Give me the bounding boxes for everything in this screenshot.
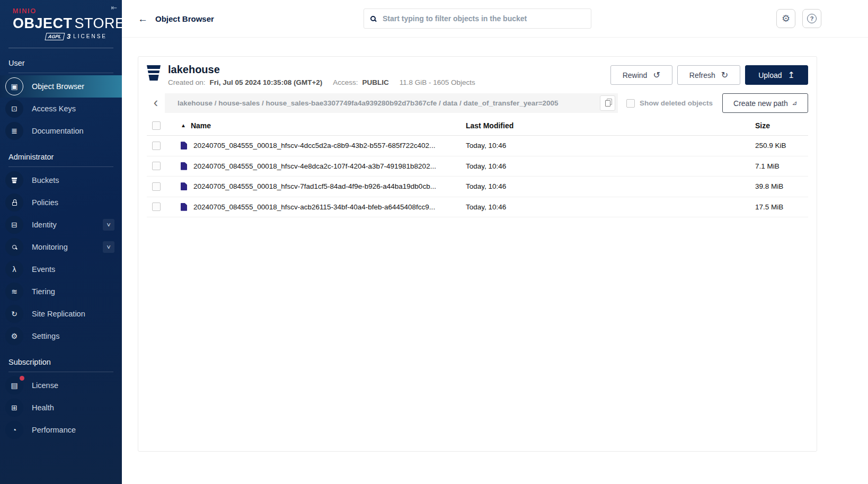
sidebar: ⇤ MINIO OBJECTSTORE AGPL 3 LICENSE User … — [0, 0, 122, 484]
search-icon — [370, 16, 376, 21]
upload-button[interactable]: Upload ↥ — [745, 65, 808, 85]
bucket-meta: Created on: Fri, Jul 05 2024 10:35:08 (G… — [168, 78, 610, 86]
column-header-name[interactable]: Name — [191, 121, 211, 130]
sidebar-item-label: Tiering — [32, 287, 55, 296]
chevron-down-icon[interactable]: ˅ — [103, 219, 114, 231]
settings-button[interactable]: ⚙ — [776, 9, 795, 28]
sidebar-item-label: Object Browser — [32, 82, 84, 91]
sidebar-item-label: Identity — [32, 221, 57, 229]
sidebar-item-policies[interactable]: Policies — [0, 191, 122, 214]
sidebar-item-label: Monitoring — [32, 243, 68, 251]
sidebar-item-label: Events — [32, 265, 55, 274]
help-icon: ? — [807, 14, 817, 23]
license-alert-dot — [20, 376, 24, 381]
table-row[interactable]: 20240705_084555_00018_hfscv-7fad1cf5-84a… — [147, 177, 808, 197]
rewind-button[interactable]: Rewind ↺ — [610, 65, 672, 85]
table-row[interactable]: 20240705_084555_00018_hfscv-acb26115-34b… — [147, 197, 808, 218]
access-label: Access: — [333, 78, 358, 86]
sort-ascending-icon[interactable]: ▲ — [181, 122, 186, 128]
section-title-subscription: Subscription — [0, 347, 122, 372]
rewind-icon: ↺ — [653, 70, 660, 80]
sidebar-item-settings[interactable]: ⚙ Settings — [0, 325, 122, 347]
upload-icon: ↥ — [788, 70, 795, 80]
row-checkbox[interactable] — [152, 182, 161, 191]
table-row[interactable]: 20240705_084555_00018_hfscv-4dcc5d2a-c8b… — [147, 136, 808, 156]
objects-table-header: ▲ Name Last Modified Size — [147, 116, 808, 136]
object-name[interactable]: 20240705_084555_00018_hfscv-7fad1cf5-84a… — [193, 182, 436, 190]
object-modified: Today, 10:46 — [466, 162, 755, 170]
object-name[interactable]: 20240705_084555_00018_hfscv-acb26115-34b… — [193, 203, 435, 211]
sidebar-item-label: Site Replication — [32, 310, 85, 318]
sidebar-item-access-keys[interactable]: ⊡ Access Keys — [0, 98, 122, 120]
bucket-usage: 11.8 GiB - 1605 Objects — [400, 78, 475, 86]
created-value: Fri, Jul 05 2024 10:35:08 (GMT+2) — [210, 78, 323, 86]
breadcrumb-back-icon[interactable]: ‹ — [147, 93, 165, 113]
performance-icon: ◔ — [5, 421, 23, 439]
sidebar-item-license[interactable]: ▤ License — [0, 374, 122, 397]
app-logo: ⇤ MINIO OBJECTSTORE AGPL 3 LICENSE — [0, 0, 122, 40]
sidebar-item-documentation[interactable]: ≣ Documentation — [0, 120, 122, 142]
sidebar-item-buckets[interactable]: Buckets — [0, 169, 122, 191]
copy-icon — [605, 100, 610, 106]
sidebar-item-identity[interactable]: ⊟ Identity ˅ — [0, 214, 122, 236]
bucket-icon — [147, 65, 161, 81]
sidebar-item-label: Documentation — [32, 127, 84, 135]
refresh-button[interactable]: Refresh ↻ — [677, 65, 740, 85]
sidebar-item-events[interactable]: λ Events — [0, 258, 122, 280]
row-checkbox[interactable] — [152, 162, 161, 170]
brand-name: MINIO — [13, 7, 114, 15]
bucket-card: lakehouse Created on: Fri, Jul 05 2024 1… — [138, 56, 817, 452]
policies-icon — [5, 193, 23, 212]
health-icon: ⊞ — [5, 399, 23, 417]
sidebar-item-object-browser[interactable]: ▣ Object Browser — [0, 75, 122, 98]
gear-icon: ⚙ — [782, 13, 790, 24]
row-checkbox[interactable] — [152, 203, 161, 211]
sidebar-item-health[interactable]: ⊞ Health — [0, 397, 122, 419]
sidebar-item-label: Policies — [32, 198, 58, 207]
row-checkbox[interactable] — [152, 142, 161, 150]
object-size: 7.1 MiB — [755, 162, 808, 170]
sidebar-item-label: Settings — [32, 332, 59, 340]
column-header-size[interactable]: Size — [755, 121, 808, 130]
chevron-down-icon[interactable]: ˅ — [103, 241, 114, 253]
sidebar-item-label: Health — [32, 403, 54, 412]
select-all-checkbox[interactable] — [152, 121, 161, 130]
table-row[interactable]: 20240705_084555_00018_hfscv-4e8dca2c-107… — [147, 156, 808, 177]
object-modified: Today, 10:46 — [466, 203, 755, 211]
back-arrow-icon[interactable]: ← — [138, 13, 148, 25]
events-icon: λ — [5, 260, 23, 278]
page-title: Object Browser — [155, 14, 214, 23]
copy-path-button[interactable] — [600, 95, 615, 111]
breadcrumb[interactable]: lakehouse / house-sales / house_sales-ba… — [178, 99, 596, 107]
license-icon: ▤ — [5, 376, 23, 394]
license-row: AGPL 3 LICENSE — [13, 32, 114, 40]
sidebar-item-monitoring[interactable]: Monitoring ˅ — [0, 236, 122, 258]
bucket-name: lakehouse — [168, 64, 610, 76]
documentation-icon: ≣ — [5, 122, 23, 140]
search-input[interactable] — [382, 14, 584, 23]
filter-search-box[interactable] — [364, 8, 591, 29]
settings-gear-icon: ⚙ — [5, 327, 23, 345]
object-name[interactable]: 20240705_084555_00018_hfscv-4e8dca2c-107… — [193, 162, 436, 170]
create-new-path-button[interactable]: Create new path ⊿ — [722, 93, 808, 113]
product-name: OBJECTSTORE — [13, 15, 114, 32]
object-name[interactable]: 20240705_084555_00018_hfscv-4dcc5d2a-c8b… — [193, 142, 435, 149]
object-size: 39.8 MiB — [755, 182, 808, 190]
breadcrumb-strip: lakehouse / house-sales / house_sales-ba… — [165, 93, 618, 113]
file-icon — [181, 142, 187, 149]
sidebar-item-site-replication[interactable]: ↻ Site Replication — [0, 303, 122, 325]
created-label: Created on: — [168, 78, 206, 86]
sidebar-item-label: License — [32, 381, 58, 390]
object-browser-icon: ▣ — [5, 77, 23, 95]
column-header-last-modified[interactable]: Last Modified — [466, 121, 755, 130]
section-title-administrator: Administrator — [0, 142, 122, 166]
main-area: ← Object Browser ⚙ ? lakehouse Created o… — [122, 0, 868, 484]
section-title-user: User — [0, 48, 122, 73]
show-deleted-checkbox[interactable] — [626, 99, 635, 108]
show-deleted-toggle[interactable]: Show deleted objects — [626, 99, 713, 108]
sidebar-collapse-icon[interactable]: ⇤ — [111, 3, 117, 12]
tiering-icon: ≋ — [5, 283, 23, 301]
sidebar-item-tiering[interactable]: ≋ Tiering — [0, 280, 122, 303]
sidebar-item-performance[interactable]: ◔ Performance — [0, 419, 122, 441]
help-button[interactable]: ? — [802, 9, 821, 28]
